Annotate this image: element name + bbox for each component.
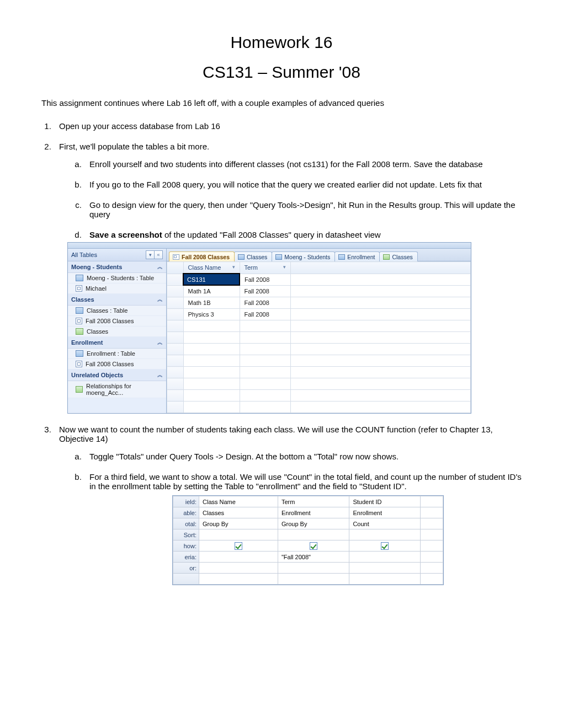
dropdown-icon[interactable]: ▾ [232, 264, 235, 270]
nav-item-label: Enrollment : Table [87, 350, 135, 357]
cell-term[interactable]: Fall 2008 [240, 297, 290, 309]
design-grid-row: Sort: [173, 529, 443, 540]
nav-group-header[interactable]: Classes︽ [68, 294, 166, 306]
design-cell-empty[interactable] [421, 540, 443, 552]
dropdown-icon[interactable]: ▾ [146, 250, 155, 259]
design-cell[interactable]: Class Name [199, 496, 278, 507]
table-row[interactable]: CS131Fall 2008 [167, 274, 471, 285]
nav-item[interactable]: Classes [68, 326, 166, 337]
datasheet-grid[interactable]: Class Name▾ Term▾ CS131Fall 2008Math 1AF… [167, 261, 471, 413]
design-cell[interactable]: Classes [199, 507, 278, 518]
checkbox-icon[interactable] [310, 542, 317, 550]
column-header-classname[interactable]: Class Name▾ [183, 262, 240, 274]
design-cell[interactable] [349, 529, 421, 540]
design-cell[interactable]: Term [278, 496, 349, 507]
row-label: Sort: [173, 529, 199, 540]
design-cell[interactable] [349, 540, 421, 552]
nav-item[interactable]: Enrollment : Table [68, 349, 166, 359]
table-row[interactable]: .. [167, 355, 471, 367]
table-icon [76, 350, 83, 357]
design-cell-empty[interactable] [421, 529, 443, 540]
design-cell[interactable] [278, 563, 349, 574]
access-screenshot-1: All Tables ▾ « Moeng - Students︽Moeng - … [67, 242, 471, 414]
nav-item[interactable]: Michael [68, 283, 166, 294]
row-selector[interactable] [167, 274, 184, 285]
nav-item[interactable]: Fall 2008 Classes [68, 359, 166, 370]
table-row[interactable]: .. [167, 378, 471, 390]
document-tab[interactable]: Fall 2008 Classes [169, 251, 235, 261]
table-row[interactable]: .. [167, 320, 471, 332]
checkbox-icon[interactable] [235, 542, 242, 550]
design-cell[interactable]: "Fall 2008" [278, 552, 349, 563]
design-cell[interactable]: Count [349, 518, 421, 529]
nav-item[interactable]: Relationships for moeng_Acc... [68, 381, 166, 398]
design-grid-row: otal:Group ByGroup ByCount [173, 518, 443, 529]
dropdown-icon[interactable]: ▾ [283, 264, 286, 270]
nav-item[interactable]: Moeng - Students : Table [68, 273, 166, 283]
cell-term[interactable]: Fall 2008 [240, 285, 290, 297]
design-cell[interactable] [199, 552, 278, 563]
document-tab[interactable]: Classes [234, 251, 272, 261]
design-cell[interactable] [199, 540, 278, 552]
design-cell[interactable] [199, 563, 278, 574]
design-cell[interactable]: Enrollment [349, 507, 421, 518]
document-tab[interactable]: Classes [379, 251, 417, 261]
table-row[interactable]: Math 1BFall 2008 [167, 297, 471, 309]
table-icon [76, 275, 83, 281]
work-area: Fall 2008 ClassesClassesMoeng - Students… [167, 249, 471, 413]
design-cell-empty[interactable] [421, 552, 443, 563]
table-icon [76, 307, 83, 314]
table-row[interactable]: .. [167, 332, 471, 344]
nav-item[interactable]: Classes : Table [68, 306, 166, 316]
query-design-grid[interactable]: ield:Class NameTermStudent IDable:Classe… [173, 496, 443, 585]
nav-item[interactable]: Fall 2008 Classes [68, 316, 166, 326]
table-row[interactable]: Physics 3Fall 2008 [167, 309, 471, 320]
collapse-icon[interactable]: ︽ [157, 263, 163, 271]
cell-classname[interactable]: Math 1B [183, 297, 240, 309]
cell-term[interactable]: Fall 2008 [240, 309, 290, 320]
design-cell[interactable]: Student ID [349, 496, 421, 507]
collapse-icon[interactable]: ︽ [157, 296, 163, 303]
table-row[interactable]: .. [167, 402, 471, 413]
nav-group-header[interactable]: Unrelated Objects︽ [68, 370, 166, 381]
design-cell-empty[interactable] [421, 496, 443, 507]
row-label: or: [173, 563, 199, 574]
nav-group-header[interactable]: Enrollment︽ [68, 337, 166, 349]
row-selector[interactable] [167, 285, 184, 297]
cell-classname[interactable]: Physics 3 [183, 309, 240, 320]
nav-group-header[interactable]: Moeng - Students︽ [68, 261, 166, 273]
cell-classname[interactable]: CS131 [183, 274, 240, 285]
design-cell[interactable] [349, 563, 421, 574]
collapse-icon[interactable]: ︽ [157, 339, 163, 346]
tab-label: Fall 2008 Classes [182, 254, 230, 260]
design-cell[interactable] [199, 529, 278, 540]
design-cell[interactable]: Group By [278, 518, 349, 529]
document-tab[interactable]: Enrollment [334, 251, 380, 261]
design-cell[interactable]: Enrollment [278, 507, 349, 518]
design-cell[interactable] [278, 540, 349, 552]
cell-classname[interactable]: Math 1A [183, 285, 240, 297]
cell-term[interactable]: Fall 2008 [240, 274, 290, 285]
table-row[interactable]: .. [167, 367, 471, 378]
column-header-term[interactable]: Term▾ [240, 262, 290, 274]
column-header-empty [290, 262, 471, 274]
nav-pane-header[interactable]: All Tables ▾ « [68, 249, 166, 261]
checkbox-icon[interactable] [381, 542, 389, 550]
design-cell-empty[interactable] [421, 507, 443, 518]
design-cell[interactable] [349, 552, 421, 563]
collapse-icon[interactable]: ︽ [157, 371, 163, 379]
table-row[interactable]: Math 1AFall 2008 [167, 285, 471, 297]
table-row[interactable]: .. [167, 344, 471, 355]
tab-label: Classes [247, 254, 267, 260]
design-cell[interactable]: Group By [199, 518, 278, 529]
row-selector[interactable] [167, 309, 184, 320]
select-all-corner[interactable] [167, 262, 184, 274]
row-selector[interactable] [167, 297, 184, 309]
design-cell-empty[interactable] [421, 563, 443, 574]
collapse-icon[interactable]: « [155, 250, 163, 259]
design-cell-empty[interactable] [421, 518, 443, 529]
table-row[interactable]: .. [167, 390, 471, 402]
row-label: otal: [173, 518, 199, 529]
document-tab[interactable]: Moeng - Students [272, 251, 335, 261]
design-cell[interactable] [278, 529, 349, 540]
